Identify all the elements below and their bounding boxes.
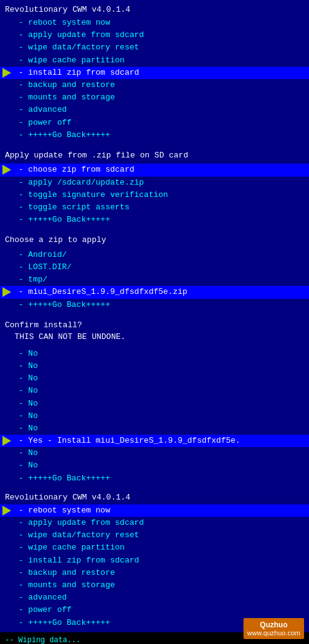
selection-arrow	[2, 68, 11, 78]
menu-item[interactable]: - power off	[0, 604, 309, 616]
menu-item[interactable]: - No	[0, 398, 309, 410]
menu-item[interactable]: - apply /sdcard/update.zip	[0, 177, 309, 189]
watermark-badge: Quzhuo www.quzhuo.com	[243, 618, 304, 639]
menu-item[interactable]: - LOST.DIR/	[0, 261, 309, 274]
menu-item[interactable]: - No	[0, 459, 309, 472]
menu-item[interactable]: - No	[0, 410, 309, 422]
main-screen: Revolutionary CWM v4.0.1.4 - reboot syst…	[0, 0, 309, 644]
section-5-header: Revolutionary CWM v4.0.1.4	[0, 490, 309, 504]
selection-arrow	[2, 506, 11, 516]
menu-item[interactable]: - wipe cache partition	[0, 54, 309, 67]
item-text: - power off	[19, 117, 72, 128]
section-2-description: Apply update from .zip file on SD card	[0, 147, 309, 164]
item-text: - No	[19, 348, 38, 359]
item-text: - backup and restore	[19, 80, 115, 91]
menu-item[interactable]: - +++++Go Back+++++	[0, 129, 309, 141]
section-1: Revolutionary CWM v4.0.1.4 - reboot syst…	[0, 0, 309, 144]
item-text: - No	[19, 411, 38, 422]
item-text: - No	[19, 385, 38, 396]
item-text: - advanced	[19, 592, 67, 603]
item-text: - mounts and storage	[19, 92, 115, 103]
menu-item-selected[interactable]: - miui_DesireS_1.9.9_dfsdfxdf5e.zip	[0, 286, 309, 298]
menu-item[interactable]: - mounts and storage	[0, 579, 309, 592]
menu-item-selected[interactable]: - install zip from sdcard	[0, 67, 309, 79]
section-3: Choose a zip to apply - Android/ - LOST.…	[0, 229, 309, 314]
item-text: - Android/	[19, 249, 67, 261]
item-text: - power off	[19, 604, 72, 616]
menu-item-selected[interactable]: - choose zip from sdcard	[0, 164, 309, 176]
item-text: - LOST.DIR/	[19, 262, 72, 273]
item-text: - No	[19, 361, 38, 372]
item-text: - tmp/	[19, 274, 48, 285]
menu-item[interactable]: - wipe cache partition	[0, 542, 309, 554]
item-text: - backup and restore	[19, 567, 115, 579]
selection-arrow	[2, 436, 11, 446]
item-text: - wipe cache partition	[19, 55, 125, 66]
menu-item[interactable]: - advanced	[0, 592, 309, 604]
selection-arrow	[2, 287, 11, 297]
menu-item[interactable]: - power off	[0, 117, 309, 129]
menu-item[interactable]: - No	[0, 372, 309, 385]
menu-item[interactable]: - wipe data/factory reset	[0, 41, 309, 54]
menu-item[interactable]: - No	[0, 385, 309, 397]
menu-item[interactable]: - No	[0, 422, 309, 435]
menu-item[interactable]: - toggle signature verification	[0, 189, 309, 201]
menu-item[interactable]: - install zip from sdcard	[0, 554, 309, 567]
item-text: - No	[19, 460, 38, 471]
menu-item[interactable]: - Android/	[0, 249, 309, 261]
item-text: - apply update from sdcard	[19, 30, 144, 41]
item-text: - No	[19, 398, 38, 409]
menu-item[interactable]: - backup and restore	[0, 567, 309, 579]
item-text: - wipe data/factory reset	[19, 530, 139, 541]
section-3-description: Choose a zip to apply	[0, 232, 309, 249]
item-text: - No	[19, 423, 38, 434]
item-text: - +++++Go Back+++++	[19, 130, 110, 141]
item-text: - Yes - Install miui_DesireS_1.9.9_dfsdf…	[19, 435, 240, 446]
section-5: Revolutionary CWM v4.0.1.4 - reboot syst…	[0, 488, 309, 632]
item-text: - No	[19, 373, 38, 384]
item-text: - +++++Go Back+++++	[19, 214, 110, 225]
menu-item[interactable]: - backup and restore	[0, 79, 309, 91]
item-text: - advanced	[19, 104, 67, 115]
item-text: - reboot system now	[19, 17, 110, 28]
item-text: - apply update from sdcard	[19, 517, 144, 529]
item-text: - install zip from sdcard	[19, 67, 139, 78]
item-text: - choose zip from sdcard	[19, 164, 134, 175]
watermark-line2: www.quzhuo.com	[247, 629, 300, 637]
watermark-line1: Quzhuo	[247, 621, 300, 629]
item-text: - +++++Go Back+++++	[19, 473, 110, 484]
item-text: - wipe data/factory reset	[19, 42, 139, 53]
item-text: - toggle signature verification	[19, 190, 168, 201]
menu-item[interactable]: - wipe data/factory reset	[0, 529, 309, 542]
menu-item[interactable]: - No	[0, 346, 309, 360]
menu-item[interactable]: - No	[0, 360, 309, 372]
menu-item-selected[interactable]: - reboot system now	[0, 504, 309, 517]
menu-item[interactable]: - reboot system now	[0, 17, 309, 29]
item-text: - install zip from sdcard	[19, 555, 139, 566]
menu-item[interactable]: - advanced	[0, 104, 309, 116]
menu-item[interactable]: - tmp/	[0, 274, 309, 286]
section-4: Confirm install? THIS CAN NOT BE UNDONE.…	[0, 314, 309, 488]
menu-item[interactable]: - +++++Go Back+++++	[0, 214, 309, 226]
menu-item[interactable]: - mounts and storage	[0, 91, 309, 104]
menu-item[interactable]: - apply update from sdcard	[0, 517, 309, 529]
item-text: - reboot system now	[19, 505, 110, 516]
item-text: - wipe cache partition	[19, 542, 125, 553]
section-2: Apply update from .zip file on SD card -…	[0, 144, 309, 229]
section-4-description: Confirm install? THIS CAN NOT BE UNDONE.	[0, 317, 309, 346]
item-text: - mounts and storage	[19, 580, 115, 591]
section-1-header: Revolutionary CWM v4.0.1.4	[0, 2, 309, 17]
menu-item-selected[interactable]: - Yes - Install miui_DesireS_1.9.9_dfsdf…	[0, 435, 309, 447]
menu-item[interactable]: - toggle script asserts	[0, 201, 309, 214]
item-text: - No	[19, 448, 38, 459]
item-text: - +++++Go Back+++++	[19, 299, 110, 311]
item-text: - miui_DesireS_1.9.9_dfsdfxdf5e.zip	[19, 286, 187, 298]
menu-item[interactable]: - +++++Go Back+++++	[0, 472, 309, 485]
selection-arrow	[2, 165, 11, 175]
menu-item[interactable]: - +++++Go Back+++++	[0, 299, 309, 311]
menu-item[interactable]: - No	[0, 447, 309, 459]
item-text: - toggle script asserts	[19, 202, 129, 213]
menu-item[interactable]: - apply update from sdcard	[0, 29, 309, 41]
item-text: - +++++Go Back+++++	[19, 617, 110, 629]
item-text: - apply /sdcard/update.zip	[19, 177, 144, 188]
